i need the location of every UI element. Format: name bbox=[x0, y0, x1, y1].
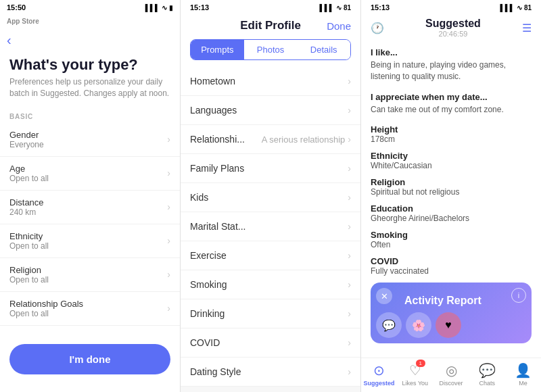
detail-family-plans[interactable]: Family Plans › bbox=[181, 154, 360, 183]
time-3: 15:13 bbox=[371, 3, 390, 11]
detail-marital[interactable]: Marital Stat... › bbox=[181, 212, 360, 241]
stat-height: Height 178cm bbox=[371, 124, 532, 144]
history-icon[interactable]: 🕐 bbox=[371, 22, 384, 34]
chevron-icon: › bbox=[167, 235, 170, 246]
status-icons-1: ▌▌▌ ∿ ▮ bbox=[145, 4, 173, 11]
panel-suggested: 15:13 ▌▌▌ ∿ 81 🕐 Suggested 20:46:59 ☰ I … bbox=[361, 0, 541, 392]
app-store-text: App Store bbox=[7, 18, 39, 25]
status-bar-2: 15:13 ▌▌▌ ∿ 81 bbox=[181, 0, 360, 15]
chevron-icon: › bbox=[348, 105, 351, 116]
activity-report-card: ✕ i Activity Report 💬 🌸 ♥ bbox=[371, 283, 532, 343]
battery-icon-3: 81 bbox=[524, 4, 532, 11]
stat-education: Education Gheorghe Airinei/Bachelors bbox=[371, 203, 532, 223]
pref-age-label: Age Open to all bbox=[9, 164, 49, 183]
activity-bubbles: 💬 🌸 ♥ bbox=[376, 312, 461, 338]
nav-likes-you[interactable]: ♡1 Likes You bbox=[397, 362, 433, 387]
detail-relationship[interactable]: Relationshi... A serious relationship › bbox=[181, 125, 360, 154]
detail-hometown[interactable]: Hometown › bbox=[181, 67, 360, 96]
chevron-icon: › bbox=[167, 134, 170, 145]
prompt-appreciate: I appreciate when my date... Can take me… bbox=[371, 92, 532, 116]
pref-relationship-goals[interactable]: Relationship Goals Open to all › bbox=[0, 292, 180, 326]
signal-icon: ▌▌▌ bbox=[145, 4, 160, 11]
chevron-icon: › bbox=[348, 366, 351, 377]
filter-icon[interactable]: ☰ bbox=[522, 22, 532, 34]
chats-icon: 💬 bbox=[479, 362, 496, 378]
info-icon[interactable]: i bbox=[511, 288, 526, 303]
likes-icon: ♡1 bbox=[409, 362, 421, 378]
nav-me[interactable]: 👤 Me bbox=[505, 362, 541, 387]
battery-icon: ▮ bbox=[169, 4, 173, 11]
discover-icon: ◎ bbox=[446, 362, 457, 378]
detail-dating-style[interactable]: Dating Style › bbox=[181, 358, 360, 387]
nav-suggested[interactable]: ⊙ Suggested bbox=[361, 362, 397, 387]
signal-icon-2: ▌▌▌ bbox=[320, 4, 334, 11]
detail-smoking[interactable]: Smoking › bbox=[181, 270, 360, 299]
profile-tabs: Prompts Photos Details bbox=[190, 39, 351, 60]
time-1: 15:50 bbox=[7, 3, 26, 11]
detail-covid[interactable]: COVID › bbox=[181, 328, 360, 358]
detail-exercise[interactable]: Exercise › bbox=[181, 241, 360, 270]
private-profile-section: Private Profile 🔒 Name Flo Gender Woman bbox=[181, 387, 360, 392]
status-icons-3: ▌▌▌ ∿ 81 bbox=[500, 4, 532, 11]
chevron-icon: › bbox=[348, 163, 351, 174]
app-store-label: App Store bbox=[0, 15, 180, 30]
tab-photos[interactable]: Photos bbox=[244, 40, 298, 59]
pref-age[interactable]: Age Open to all › bbox=[0, 157, 180, 191]
done-link[interactable]: Done bbox=[327, 20, 351, 32]
chevron-icon: › bbox=[348, 221, 351, 232]
pref-distance[interactable]: Distance 240 km › bbox=[0, 191, 180, 224]
details-list: Hometown › Languages › Relationshi... A … bbox=[181, 67, 360, 392]
pref-religion[interactable]: Religion Open to all › bbox=[0, 258, 180, 292]
bubble-heart: ♥ bbox=[436, 312, 461, 338]
pref-distance-label: Distance 240 km bbox=[9, 197, 44, 217]
panel-preferences: 15:50 ▌▌▌ ∿ ▮ App Store ‹ What's your ty… bbox=[0, 0, 181, 392]
chevron-icon: › bbox=[167, 303, 170, 314]
me-icon: 👤 bbox=[515, 362, 532, 378]
pref-religion-label: Religion Open to all bbox=[9, 265, 49, 285]
nav-discover[interactable]: ◎ Discover bbox=[433, 362, 469, 387]
chevron-icon: › bbox=[348, 134, 351, 145]
bottom-navigation: ⊙ Suggested ♡1 Likes You ◎ Discover 💬 Ch… bbox=[361, 358, 541, 392]
chevron-icon: › bbox=[348, 250, 351, 261]
chevron-icon: › bbox=[167, 168, 170, 178]
chevron-icon: › bbox=[348, 76, 351, 87]
edit-profile-title: Edit Profile bbox=[240, 19, 301, 32]
detail-languages[interactable]: Languages › bbox=[181, 96, 360, 125]
bubble-flower: 🌸 bbox=[406, 312, 431, 338]
stat-smoking: Smoking Often bbox=[371, 230, 532, 249]
suggested-icon: ⊙ bbox=[373, 362, 385, 378]
back-button[interactable]: ‹ bbox=[0, 30, 180, 51]
pref-gender-label: Gender Everyone bbox=[9, 130, 44, 149]
tab-prompts[interactable]: Prompts bbox=[191, 40, 244, 59]
prompt-likes: I like... Being in nature, playing video… bbox=[371, 47, 532, 82]
profile-details: I like... Being in nature, playing video… bbox=[361, 42, 541, 358]
bubble-chat: 💬 bbox=[376, 312, 402, 338]
stat-ethnicity: Ethnicity White/Caucasian bbox=[371, 151, 532, 170]
nav-chats[interactable]: 💬 Chats bbox=[469, 362, 505, 387]
wifi-icon-3: ∿ bbox=[517, 4, 522, 11]
status-bar-1: 15:50 ▌▌▌ ∿ ▮ bbox=[0, 0, 180, 15]
chevron-icon: › bbox=[348, 308, 351, 319]
detail-kids[interactable]: Kids › bbox=[181, 183, 360, 212]
page-title: What's your type? bbox=[0, 51, 180, 76]
likes-badge: 1 bbox=[416, 360, 425, 367]
time-2: 15:13 bbox=[190, 3, 209, 11]
stat-covid: COVID Fully vaccinated bbox=[371, 256, 532, 276]
edit-profile-header: Edit Profile Done bbox=[181, 15, 360, 39]
pref-ethnicity[interactable]: Ethnicity Open to all › bbox=[0, 224, 180, 258]
pref-ethnicity-label: Ethnicity Open to all bbox=[9, 231, 49, 251]
signal-icon-3: ▌▌▌ bbox=[500, 4, 515, 11]
panel-edit-profile: 15:13 ▌▌▌ ∿ 81 Edit Profile Done Prompts… bbox=[181, 0, 361, 392]
wifi-icon: ∿ bbox=[162, 4, 167, 11]
pref-relationship-label: Relationship Goals Open to all bbox=[9, 299, 83, 318]
detail-drinking[interactable]: Drinking › bbox=[181, 299, 360, 328]
pref-gender[interactable]: Gender Everyone › bbox=[0, 123, 180, 157]
chevron-icon: › bbox=[348, 337, 351, 348]
status-bar-3: 15:13 ▌▌▌ ∿ 81 bbox=[361, 0, 541, 15]
stat-religion: Religion Spiritual but not religious bbox=[371, 177, 532, 197]
chevron-icon: › bbox=[348, 192, 351, 203]
activity-title: Activity Report bbox=[380, 292, 522, 307]
tab-details[interactable]: Details bbox=[297, 40, 350, 59]
done-button[interactable]: I'm done bbox=[9, 344, 170, 374]
chevron-icon: › bbox=[167, 269, 170, 280]
